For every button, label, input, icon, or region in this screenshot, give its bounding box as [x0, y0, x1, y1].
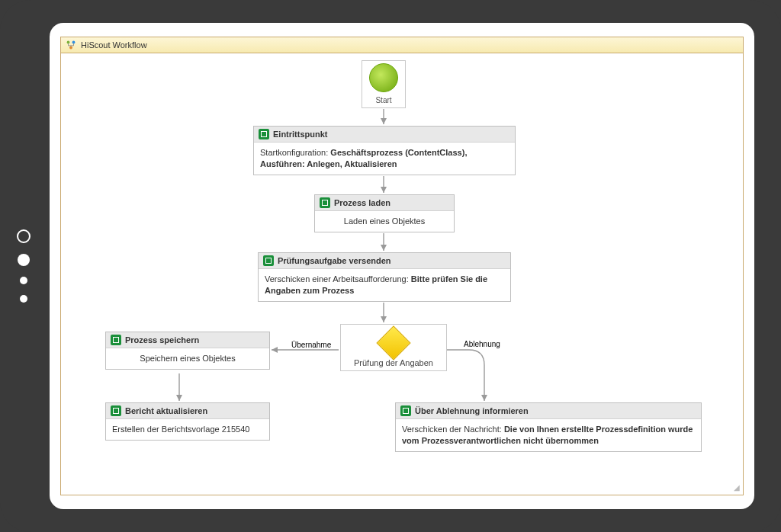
activity-title: Prozess speichern [125, 335, 199, 345]
activity-report[interactable]: Bericht aktualisieren Erstellen der Beri… [105, 402, 270, 441]
start-circle-icon [369, 63, 398, 92]
start-node[interactable]: Start [362, 60, 406, 108]
sensor-dot-icon [20, 277, 27, 284]
start-label: Start [362, 95, 405, 104]
activity-body: Startkonfiguration: Geschäftsprozess (Co… [254, 143, 515, 175]
activity-send[interactable]: Prüfungsaufgabe versenden Verschicken ei… [258, 252, 511, 302]
activity-title: Prozess laden [334, 198, 390, 207]
activity-body: Verschicken der Nachricht: Die von Ihnen… [396, 419, 701, 451]
activity-save[interactable]: Prozess speichern Speichern eines Objekt… [105, 332, 270, 370]
home-button-icon [18, 254, 30, 266]
activity-body: Speichern eines Objektes [106, 348, 269, 369]
tablet-frame: HiScout Workflow [0, 0, 781, 532]
activity-icon [320, 197, 330, 208]
panel-title: HiScout Workflow [81, 40, 147, 50]
activity-icon [111, 405, 121, 416]
edge-label-accept: Übernahme [291, 341, 332, 349]
activity-body: Laden eines Objektes [315, 211, 454, 232]
svg-point-2 [69, 46, 72, 50]
diamond-icon [376, 325, 410, 360]
activity-body: Erstellen der Berichtsvorlage 215540 [106, 419, 269, 440]
activity-icon [263, 255, 274, 266]
activity-title: Eintrittspunkt [273, 130, 328, 139]
workflow-canvas[interactable]: Übernahme Ablehnung Start Eintrittspunkt [61, 54, 743, 495]
activity-icon [111, 335, 121, 345]
resize-grip-icon[interactable]: ◢ [734, 483, 740, 492]
activity-title: Bericht aktualisieren [125, 406, 207, 415]
activity-title: Prüfungsaufgabe versenden [278, 256, 391, 265]
svg-point-1 [72, 41, 76, 44]
panel-titlebar: HiScout Workflow [61, 37, 743, 53]
tablet-side-controls [17, 229, 31, 303]
sensor-dot-icon [20, 295, 27, 303]
decision-node[interactable]: Prüfung der Angaben [340, 324, 447, 371]
camera-ring-icon [17, 229, 31, 243]
activity-load[interactable]: Prozess laden Laden eines Objektes [314, 194, 455, 232]
workflow-panel: HiScout Workflow [60, 37, 744, 495]
activity-icon [400, 405, 411, 416]
activity-body: Verschicken einer Arbeitsaufforderung: B… [259, 269, 510, 301]
activity-icon [259, 129, 269, 139]
activity-entry[interactable]: Eintrittspunkt Startkonfiguration: Gesch… [253, 126, 516, 175]
svg-point-0 [67, 41, 70, 44]
activity-reject-inform[interactable]: Über Ablehnung informieren Verschicken d… [395, 402, 702, 452]
activity-title: Über Ablehnung informieren [415, 406, 529, 415]
workflow-icon [66, 40, 76, 50]
screen: HiScout Workflow [50, 23, 754, 509]
edge-label-reject: Ablehnung [464, 340, 500, 348]
